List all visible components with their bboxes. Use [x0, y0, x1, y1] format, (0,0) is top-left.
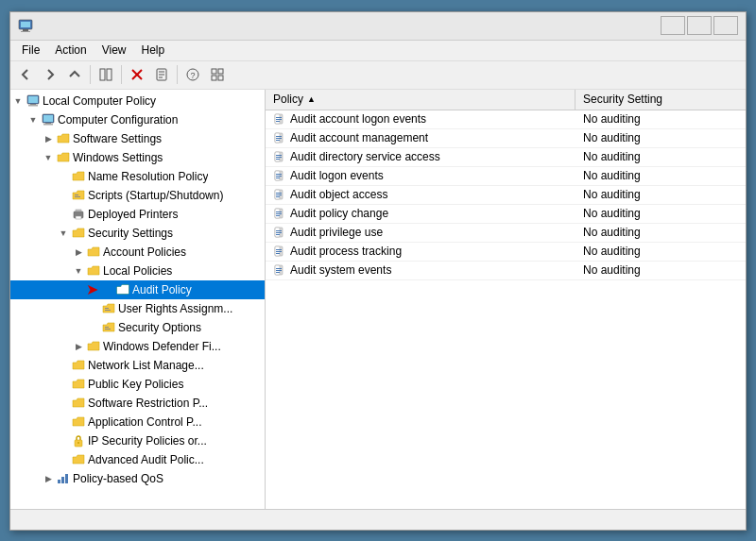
- tree-item-scripts-startup[interactable]: Scripts (Startup/Shutdown): [10, 186, 265, 205]
- list-row[interactable]: Audit logon eventsNo auditing: [266, 167, 746, 186]
- window-controls: [661, 16, 738, 35]
- tree-item-computer-configuration[interactable]: ▼Computer Configuration: [10, 110, 265, 129]
- tree-expander[interactable]: ▼: [71, 262, 86, 280]
- forward-button[interactable]: [39, 63, 61, 86]
- tree-item-security-options[interactable]: Security Options: [10, 318, 265, 337]
- svg-rect-85: [276, 270, 282, 271]
- title-bar: [10, 12, 746, 41]
- close-button[interactable]: [713, 16, 738, 35]
- svg-rect-36: [105, 329, 111, 330]
- tree-expander[interactable]: ▶: [41, 469, 56, 488]
- svg-text:?: ?: [190, 71, 195, 80]
- tree-item-icon: [56, 150, 71, 165]
- tree-expander[interactable]: ▼: [56, 224, 71, 243]
- svg-rect-80: [276, 251, 282, 252]
- tree-expander[interactable]: ▼: [26, 110, 41, 129]
- column-header-security-setting[interactable]: Security Setting: [576, 90, 746, 110]
- list-row[interactable]: Audit privilege useNo auditing: [266, 224, 746, 243]
- view-button[interactable]: [206, 63, 229, 86]
- tree-item-policy-based-qos[interactable]: ▶Policy-based QoS: [10, 469, 265, 488]
- tree-item-local-policies[interactable]: ▼Local Policies: [10, 262, 265, 280]
- tree-expander: [86, 299, 101, 318]
- tree-item-label: Network List Manage...: [88, 359, 204, 372]
- list-body[interactable]: Audit account logon eventsNo auditingAud…: [266, 110, 746, 509]
- maximize-button[interactable]: [687, 16, 712, 35]
- tree-expander[interactable]: ▼: [10, 92, 26, 110]
- tree-item-audit-policy[interactable]: ➤Audit Policy: [10, 280, 265, 299]
- menu-action[interactable]: Action: [47, 42, 94, 59]
- list-row[interactable]: Audit system eventsNo auditing: [266, 262, 746, 280]
- svg-rect-34: [105, 310, 111, 311]
- tree-expander[interactable]: ▶: [41, 129, 56, 148]
- tree-item-label: Scripts (Startup/Shutdown): [88, 189, 223, 202]
- tree-item-label: Local Policies: [103, 264, 172, 278]
- tree-item-advanced-audit-polic[interactable]: Advanced Audit Polic...: [10, 450, 265, 469]
- back-button[interactable]: [14, 63, 37, 86]
- list-row[interactable]: Audit directory service accessNo auditin…: [266, 148, 746, 167]
- help-button[interactable]: ?: [181, 63, 204, 86]
- svg-rect-27: [75, 196, 80, 197]
- tree-expander: [56, 375, 71, 394]
- tree-item-user-rights-assignment[interactable]: User Rights Assignm...: [10, 299, 265, 318]
- list-container: Audit account logon eventsNo auditingAud…: [266, 110, 746, 280]
- tree-expander: [56, 413, 71, 431]
- sort-arrow: ▲: [307, 94, 316, 104]
- show-hide-tree-button[interactable]: [94, 63, 117, 86]
- security-setting-cell: No auditing: [576, 206, 746, 221]
- svg-rect-66: [276, 196, 280, 197]
- svg-rect-17: [218, 76, 223, 80]
- security-setting-cell: No auditing: [576, 149, 746, 164]
- tree-item-security-settings[interactable]: ▼Security Settings: [10, 224, 265, 243]
- up-button[interactable]: [63, 63, 86, 86]
- policy-icon: [273, 169, 286, 182]
- delete-button[interactable]: [126, 63, 148, 86]
- svg-rect-54: [276, 155, 282, 156]
- list-row[interactable]: Audit object accessNo auditing: [266, 186, 746, 205]
- menu-help[interactable]: Help: [134, 42, 173, 59]
- tree-item-ip-security-policies[interactable]: IP Security Policies or...: [10, 431, 265, 450]
- tree-item-deployed-printers[interactable]: Deployed Printers: [10, 205, 265, 224]
- tree-item-software-settings[interactable]: ▶Software Settings: [10, 129, 265, 148]
- tree-item-windows-settings[interactable]: ▼Windows Settings: [10, 148, 265, 167]
- svg-rect-15: [218, 69, 223, 74]
- menu-view[interactable]: View: [94, 42, 134, 59]
- tree-pane[interactable]: ▼Local Computer Policy▼Computer Configur…: [10, 90, 266, 509]
- list-row[interactable]: Audit account logon eventsNo auditing: [266, 110, 746, 129]
- list-row[interactable]: Audit account managementNo auditing: [266, 129, 746, 148]
- svg-rect-5: [107, 69, 112, 80]
- policy-cell: Audit policy change: [266, 206, 576, 221]
- svg-rect-61: [276, 178, 280, 178]
- tree-expander: [56, 186, 71, 205]
- svg-rect-70: [276, 213, 282, 214]
- toolbar-separator-2: [121, 65, 122, 84]
- tree-item-software-restriction[interactable]: Software Restriction P...: [10, 394, 265, 413]
- security-setting-cell: No auditing: [576, 225, 746, 240]
- tree-item-local-computer-policy[interactable]: ▼Local Computer Policy: [10, 92, 265, 110]
- minimize-button[interactable]: [661, 16, 685, 35]
- list-row[interactable]: Audit policy changeNo auditing: [266, 205, 746, 224]
- tree-expander[interactable]: ▶: [71, 337, 86, 356]
- menu-file[interactable]: File: [14, 42, 47, 59]
- tree-expander[interactable]: ▶: [71, 243, 86, 262]
- tree-item-application-control[interactable]: Application Control P...: [10, 413, 265, 431]
- tree-item-network-list-manage[interactable]: Network List Manage...: [10, 356, 265, 375]
- tree-item-icon: [101, 320, 116, 335]
- policy-icon: [273, 245, 286, 258]
- column-policy-label: Policy: [273, 93, 303, 106]
- policy-icon: [273, 226, 286, 239]
- tree-expander[interactable]: ▼: [41, 148, 56, 167]
- tree-item-name-resolution-policy[interactable]: Name Resolution Policy: [10, 167, 265, 186]
- tree-item-account-policies[interactable]: ▶Account Policies: [10, 243, 265, 262]
- tree-item-public-key-policies[interactable]: Public Key Policies: [10, 375, 265, 394]
- svg-rect-20: [30, 104, 36, 105]
- tree-item-icon: [71, 452, 86, 467]
- tree-item-label: Windows Settings: [73, 151, 163, 164]
- tree-expander: [56, 450, 71, 469]
- properties-button[interactable]: [150, 63, 173, 86]
- svg-rect-74: [276, 230, 282, 231]
- column-header-policy[interactable]: Policy ▲: [266, 90, 576, 110]
- tree-item-windows-defender-fi[interactable]: ▶Windows Defender Fi...: [10, 337, 265, 356]
- list-row[interactable]: Audit process trackingNo auditing: [266, 243, 746, 262]
- tree-item-icon: [71, 188, 86, 203]
- policy-icon: [273, 207, 286, 220]
